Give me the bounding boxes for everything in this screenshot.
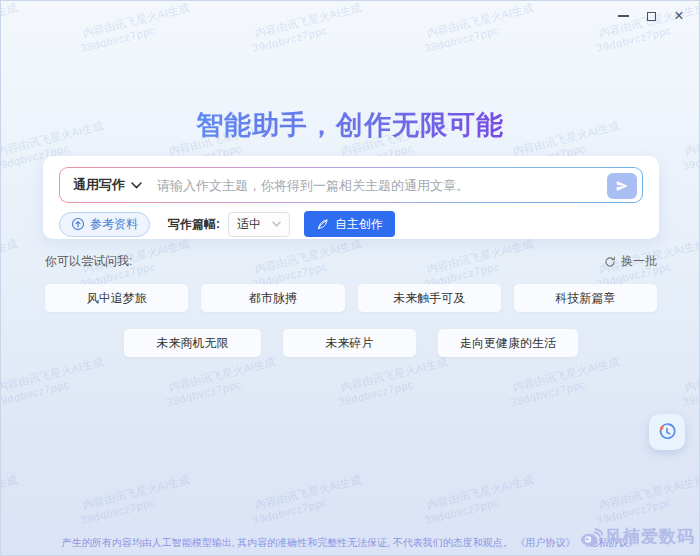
- suggestion-row-2: 未来商机无限 未来碎片 走向更健康的生活: [1, 329, 700, 357]
- suggestions-prompt: 你可以尝试问我:: [45, 253, 132, 270]
- send-button[interactable]: [607, 173, 637, 199]
- suggestion-chip[interactable]: 科技新篇章: [514, 284, 657, 312]
- close-icon[interactable]: ×: [671, 8, 687, 24]
- paper-plane-icon: [615, 179, 629, 193]
- topic-input-wrapper: 通用写作: [59, 167, 643, 203]
- refresh-icon: [604, 256, 616, 268]
- minimize-icon[interactable]: [615, 8, 631, 24]
- length-label: 写作篇幅:: [168, 216, 220, 233]
- weibo-watermark: 风楠爱数码: [579, 524, 695, 548]
- suggestion-chip[interactable]: 风中追梦旅: [45, 284, 188, 312]
- weibo-watermark-text: 风楠爱数码: [605, 525, 695, 548]
- suggestion-chip[interactable]: 未来触手可及: [358, 284, 501, 312]
- maximize-icon[interactable]: [643, 8, 659, 24]
- reference-material-label: 参考资料: [90, 216, 138, 233]
- suggestion-chip[interactable]: 都市脉搏: [201, 284, 344, 312]
- length-select[interactable]: 适中: [228, 212, 290, 237]
- writing-mode-select[interactable]: 通用写作: [73, 176, 142, 194]
- refresh-suggestions-button[interactable]: 换一批: [604, 253, 657, 270]
- suggestion-chip[interactable]: 未来商机无限: [124, 329, 261, 357]
- history-icon: [657, 422, 677, 442]
- disclaimer-text: 产生的所有内容均由人工智能模型输出, 其内容的准确性和完整性无法保证, 不代表我…: [62, 537, 513, 548]
- chevron-down-icon: [131, 182, 142, 189]
- suggestion-chip[interactable]: 未来碎片: [283, 329, 416, 357]
- auto-create-button[interactable]: 自主创作: [304, 211, 395, 237]
- window-controls: ×: [615, 8, 687, 24]
- composer-card: 通用写作 参考资料 写作篇幅: 适中: [43, 156, 659, 239]
- chevron-down-icon: [272, 221, 281, 227]
- suggestion-row-1: 风中追梦旅 都市脉搏 未来触手可及 科技新篇章: [45, 284, 657, 312]
- weibo-logo-icon: [579, 524, 603, 548]
- length-select-value: 适中: [237, 216, 261, 233]
- app-window: 内容由讯飞星火AI生成39dqbvcz7ppc内容由讯飞星火AI生成39dqbv…: [0, 0, 700, 556]
- reference-material-button[interactable]: 参考资料: [59, 212, 150, 237]
- refresh-label: 换一批: [621, 253, 657, 270]
- writing-mode-value: 通用写作: [73, 176, 125, 194]
- history-button[interactable]: [649, 414, 685, 450]
- upload-cloud-icon: [71, 217, 85, 231]
- auto-create-label: 自主创作: [335, 216, 383, 233]
- user-agreement-link[interactable]: 《用户协议》: [516, 537, 576, 548]
- quill-icon: [316, 218, 329, 231]
- topic-input[interactable]: [157, 178, 600, 193]
- suggestion-chip[interactable]: 走向更健康的生活: [438, 329, 578, 357]
- page-title: 智能助手，创作无限可能: [1, 107, 699, 143]
